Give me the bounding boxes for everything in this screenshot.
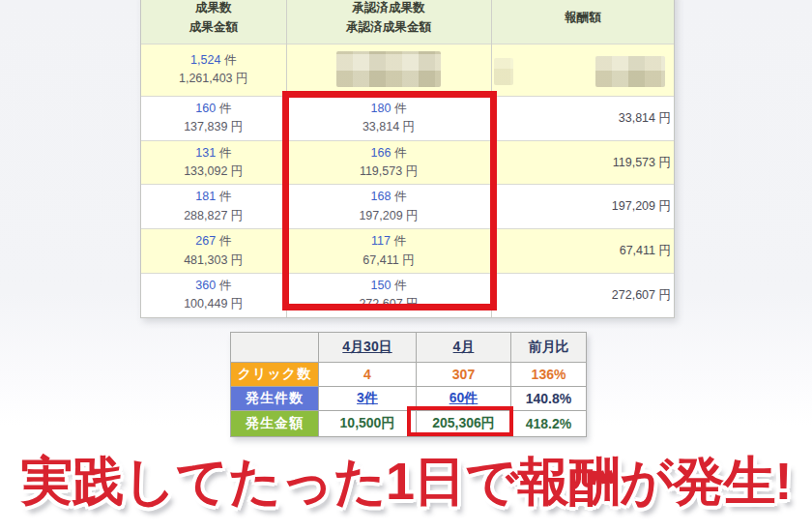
results-cell: 160 件 137,839 円 — [141, 96, 286, 140]
approved-count-link[interactable]: 168 — [371, 190, 392, 203]
amount-unit: 円 — [231, 164, 244, 178]
clicks-row-label: クリック数 — [231, 363, 319, 387]
results-amount: 481,303 — [184, 253, 227, 267]
header-approved: 承認済成果数 承認済成果金額 — [286, 0, 491, 44]
table-row: 131 件 133,092 円 166 件 119,573 円 119,573 … — [141, 140, 674, 185]
approved-count-link[interactable]: 180 — [371, 102, 392, 115]
results-cell: 360 件 100,449 円 — [141, 273, 286, 316]
amount-row-label: 発生金額 — [231, 411, 319, 437]
results-count-link[interactable]: 360 — [195, 279, 216, 292]
amount-unit: 円 — [236, 72, 248, 85]
results-cell: 181 件 288,827 円 — [141, 185, 286, 229]
summary-corner-cell — [231, 333, 319, 363]
amount-unit: 円 — [659, 199, 672, 213]
approved-amount: 67,411 — [362, 253, 398, 267]
summary-row-clicks: クリック数 4 307 136% — [231, 363, 587, 387]
count-unit: 件 — [219, 279, 232, 292]
table-row: 1,524 件 1,261,403 円 — [141, 44, 674, 96]
reward-cell: 33,814 円 — [491, 96, 674, 140]
occurrences-day-link[interactable]: 3件 — [319, 387, 417, 411]
count-unit: 件 — [394, 102, 407, 115]
approved-cell: 117 件 67,411 円 — [286, 229, 491, 274]
summary-header-mom: 前月比 — [511, 333, 587, 363]
summary-header-date[interactable]: 4月30日 — [319, 333, 417, 363]
approved-count-link[interactable]: 166 — [371, 146, 392, 160]
approved-cell: 180 件 33,814 円 — [286, 96, 491, 140]
count-unit: 件 — [224, 53, 237, 67]
approved-amount: 197,209 — [359, 209, 402, 222]
results-table-header: 成果数 成果金額 承認済成果数 承認済成果金額 報酬額 — [141, 0, 674, 44]
amount-unit: 円 — [402, 253, 415, 267]
amount-unit: 円 — [403, 120, 416, 133]
results-amount: 133,092 — [184, 164, 227, 178]
approved-cell: 166 件 119,573 円 — [286, 140, 491, 185]
approved-amount: 33,814 — [362, 120, 399, 133]
results-amount: 288,827 — [184, 209, 227, 222]
reward-cell: 272,607 円 — [491, 273, 674, 316]
daily-summary-table: 4月30日 4月 前月比 クリック数 4 307 136% 発生件数 3件 60… — [230, 332, 586, 437]
results-cell: 131 件 133,092 円 — [141, 140, 286, 185]
clicks-month-value: 307 — [417, 363, 511, 387]
table-row: 267 件 481,303 円 117 件 67,411 円 67,411 円 — [141, 229, 674, 274]
amount-unit: 円 — [406, 164, 419, 178]
summary-header-month[interactable]: 4月 — [417, 333, 511, 363]
results-cell: 1,524 件 1,261,403 円 — [141, 44, 286, 96]
approved-amount: 119,573 — [360, 164, 402, 178]
clicks-day-value: 4 — [319, 363, 417, 387]
header-results-count: 成果数 — [195, 1, 232, 15]
header-results-amount: 成果金額 — [189, 20, 238, 34]
summary-row-occurrences: 発生件数 3件 60件 140.8% — [231, 387, 587, 411]
reward-amount: 272,607 — [612, 288, 655, 302]
amount-unit: 円 — [659, 111, 672, 125]
masked-value — [336, 51, 441, 87]
approved-count-link[interactable]: 117 — [371, 234, 391, 248]
reward-amount: 67,411 — [620, 244, 655, 257]
masked-value — [494, 58, 513, 85]
table-row: 360 件 100,449 円 150 件 272,607 円 272,607 … — [141, 273, 674, 316]
count-unit: 件 — [394, 146, 407, 160]
count-unit: 件 — [219, 102, 232, 115]
results-amount: 1,261,403 — [179, 72, 233, 85]
header-reward: 報酬額 — [491, 0, 674, 44]
header-approved-count: 承認済成果数 — [353, 1, 425, 15]
count-unit: 件 — [393, 234, 406, 248]
header-results: 成果数 成果金額 — [141, 0, 286, 44]
reward-amount: 197,209 — [612, 199, 655, 213]
approved-cell: 150 件 272,607 円 — [286, 273, 491, 316]
occurrences-mom-value: 140.8% — [511, 387, 587, 411]
headline-text: 実践してたった1日で報酬が発生! — [0, 447, 812, 517]
amount-unit: 円 — [406, 209, 419, 222]
mom-label: 前月比 — [529, 339, 569, 354]
results-count-link[interactable]: 131 — [195, 146, 216, 160]
reward-cell: 119,573 円 — [491, 140, 674, 185]
amount-day-value: 10,500円 — [319, 411, 417, 437]
amount-unit: 円 — [231, 253, 244, 267]
results-count-link[interactable]: 160 — [195, 102, 216, 115]
amount-unit: 円 — [231, 120, 244, 133]
reward-amount: 119,573 — [613, 156, 655, 169]
results-amount: 100,449 — [184, 297, 227, 310]
summary-row-amount: 発生金額 10,500円 205,306円 418.2% — [231, 411, 587, 437]
amount-month-value: 205,306円 — [417, 411, 511, 437]
reward-amount: 33,814 — [619, 111, 655, 125]
amount-unit: 円 — [659, 156, 672, 169]
results-count-link[interactable]: 267 — [195, 234, 216, 248]
amount-unit: 円 — [231, 209, 244, 222]
summary-header-row: 4月30日 4月 前月比 — [231, 333, 587, 363]
masked-value — [595, 56, 665, 87]
results-count-link[interactable]: 1,524 — [190, 53, 220, 67]
results-table: 成果数 成果金額 承認済成果数 承認済成果金額 報酬額 1,524 件 1,26… — [140, 0, 675, 318]
approved-cell-masked — [286, 44, 491, 96]
count-unit: 件 — [219, 146, 232, 160]
results-count-link[interactable]: 181 — [195, 190, 216, 203]
header-approved-amount: 承認済成果金額 — [346, 20, 431, 34]
amount-unit: 円 — [659, 288, 672, 302]
reward-cell: 67,411 円 — [491, 229, 674, 274]
occurrences-month-link[interactable]: 60件 — [417, 387, 511, 411]
amount-unit: 円 — [406, 297, 419, 310]
header-reward-label: 報酬額 — [565, 11, 601, 24]
reward-cell-masked — [491, 44, 674, 96]
approved-count-link[interactable]: 150 — [371, 279, 392, 292]
amount-unit: 円 — [231, 297, 244, 310]
results-amount: 137,839 — [184, 120, 227, 133]
